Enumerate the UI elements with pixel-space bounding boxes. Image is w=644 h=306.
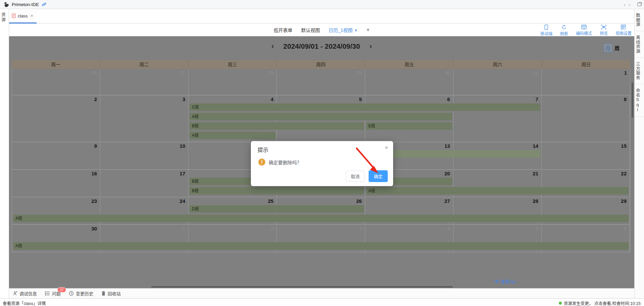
view-toolbar: 移动端 刷新 编码模式 [540, 25, 632, 36]
view-settings-icon [621, 25, 626, 30]
date-label: 1 [182, 226, 185, 231]
calendar-cell[interactable]: 10 [100, 142, 189, 169]
cancel-button[interactable]: 取消 [346, 171, 365, 182]
status-bar: 查看资源「class」详情 资源发生变更， 点击查看,检查时间:10:15 [0, 298, 644, 306]
calendar-cell[interactable]: 7 [453, 95, 542, 142]
title-bar: Primeton-IDE ‹ › [0, 0, 644, 9]
date-label: 2 [94, 96, 97, 102]
document-icon [12, 13, 16, 18]
calendar-event[interactable]: B班 [190, 187, 364, 194]
calendar-week-row: 23242526272829D班A班 [12, 197, 630, 225]
nav-forward-icon[interactable]: › [629, 2, 630, 7]
chevron-down-icon[interactable]: ▼ [354, 29, 358, 32]
eye-icon [494, 279, 499, 283]
calendar-cell[interactable]: 28 [189, 69, 277, 95]
weekday-header-row: 周一周二周三周四周五周六周日 [12, 60, 630, 69]
calendar-event[interactable]: D班 [190, 205, 364, 213]
weekday-header: 周日 [542, 60, 630, 69]
view-tab-calendar-1[interactable]: 日历_1视图▼ [329, 27, 358, 33]
sidebar-item-datasource[interactable]: 数据源 [635, 9, 644, 31]
recycle-icon [101, 291, 106, 296]
date-label: 3 [182, 96, 185, 102]
calendar-cell[interactable]: 26 [12, 69, 100, 95]
dialog-buttons: 取消 确定 [346, 170, 388, 182]
link-icon[interactable] [42, 2, 47, 7]
calendar-event[interactable]: C班 [190, 103, 540, 111]
dialog-body: ! 确定要删除吗？ [258, 159, 302, 166]
tab-close-icon[interactable]: × [31, 13, 33, 18]
date-label: 7 [536, 96, 538, 102]
date-label: 29 [621, 198, 627, 204]
date-label: 24 [180, 198, 185, 204]
date-label: 5 [359, 96, 362, 102]
calendar-cell[interactable]: 15 [542, 142, 630, 169]
calendar-date-range: 2024/09/01 - 2024/09/30 [283, 42, 360, 50]
calendar-cell[interactable]: 17 [100, 170, 189, 197]
view-bar: 低开表单 默认视图 日历_1视图▼ + 移动端 刷新 [9, 24, 634, 36]
calendar-cell[interactable]: 30 [365, 69, 453, 95]
recycle-bin-button[interactable]: 回收站 [101, 290, 121, 297]
view-settings-button[interactable]: 视图设置 [615, 25, 632, 36]
confirm-button[interactable]: 确定 [369, 170, 388, 182]
date-label: 30 [444, 70, 450, 76]
calendar-cell[interactable]: 29 [277, 69, 365, 95]
view-tab-low-code-form[interactable]: 低开表单 [274, 27, 292, 33]
change-history-button[interactable]: 变更历史 [69, 290, 93, 297]
calendar-cell[interactable]: 3 [100, 95, 189, 142]
resource-change-status[interactable]: 资源发生变更， 点击查看,检查时间:10:15 [559, 300, 641, 306]
nav-back-icon[interactable]: ‹ [624, 2, 626, 7]
date-label: 27 [444, 198, 450, 204]
calendar-week-row: 30123456A班 [12, 225, 630, 252]
date-label: 4 [271, 96, 273, 102]
prev-month-button[interactable]: ‹ [271, 43, 274, 50]
date-label: 21 [533, 171, 538, 176]
view-tab-default-view[interactable]: 默认视图 [301, 27, 320, 33]
debug-info-button[interactable]: 调试信息 [12, 290, 37, 297]
app-title: Primeton-IDE [12, 2, 39, 7]
calendar-cell[interactable]: 16 [12, 170, 100, 197]
vertical-scrollbar[interactable] [632, 82, 633, 118]
date-label: 8 [624, 96, 627, 102]
calendar-cell[interactable]: 8 [542, 95, 630, 142]
sidebar-item-offline-resources[interactable]: 离线资源 [635, 31, 644, 58]
calendar-event[interactable]: A班 [13, 215, 629, 222]
refresh-button[interactable]: 刷新 [558, 25, 570, 36]
restore-window-icon[interactable] [637, 2, 642, 8]
month-mode-button[interactable]: 月 [604, 44, 612, 52]
date-label: 25 [268, 198, 274, 204]
calendar-cell[interactable]: 1 [542, 69, 630, 95]
calendar-cell[interactable]: 2 [12, 95, 100, 142]
date-label: 14 [533, 143, 538, 149]
issues-icon [45, 291, 50, 296]
code-mode-icon [581, 25, 587, 30]
calendar-event[interactable]: B班 [190, 122, 364, 130]
mobile-button[interactable]: 移动端 [540, 25, 552, 36]
horizontal-scrollbar[interactable] [151, 286, 453, 288]
sidebar-item-resources[interactable]: 资源 [0, 12, 9, 22]
next-month-button[interactable]: › [369, 43, 372, 50]
close-icon[interactable]: × [385, 145, 388, 150]
add-view-button[interactable]: + [366, 27, 370, 33]
calendar-cell[interactable]: 27 [100, 69, 189, 95]
calendar-cell[interactable]: 31 [453, 69, 542, 95]
app-logo-icon [3, 2, 9, 7]
calendar-cell[interactable]: 9 [12, 142, 100, 169]
sidebar-item-thirdparty-services[interactable]: 三方服务 [635, 58, 644, 84]
code-mode-button[interactable]: 编码模式 [576, 25, 592, 36]
sidebar-item-named-sql[interactable]: 命名Sql [635, 84, 644, 117]
issues-button[interactable]: 问题 37 [45, 290, 61, 297]
calendar-event[interactable]: A班 [190, 113, 452, 120]
calendar-header: ‹ 2024/09/01 - 2024/09/30 › [9, 42, 634, 50]
date-label: 9 [94, 143, 97, 149]
week-mode-button[interactable]: 周 [614, 44, 620, 51]
tab-class[interactable]: class × [9, 9, 37, 24]
window-controls: ‹ › [624, 0, 643, 9]
view-api-link[interactable]: 查看Api [494, 278, 516, 285]
date-label: 20 [444, 171, 450, 176]
calendar-event[interactable]: A班 [13, 242, 629, 250]
primeton-ide-window: Primeton-IDE ‹ › 资源 数据源 离线资源 三方服务 命名Sql [0, 0, 644, 306]
calendar-event[interactable]: A班 [366, 187, 629, 194]
calendar-event[interactable]: E班 [366, 122, 452, 130]
calendar-event[interactable]: A班 [190, 132, 275, 139]
preview-button[interactable]: 预览 [598, 25, 609, 36]
